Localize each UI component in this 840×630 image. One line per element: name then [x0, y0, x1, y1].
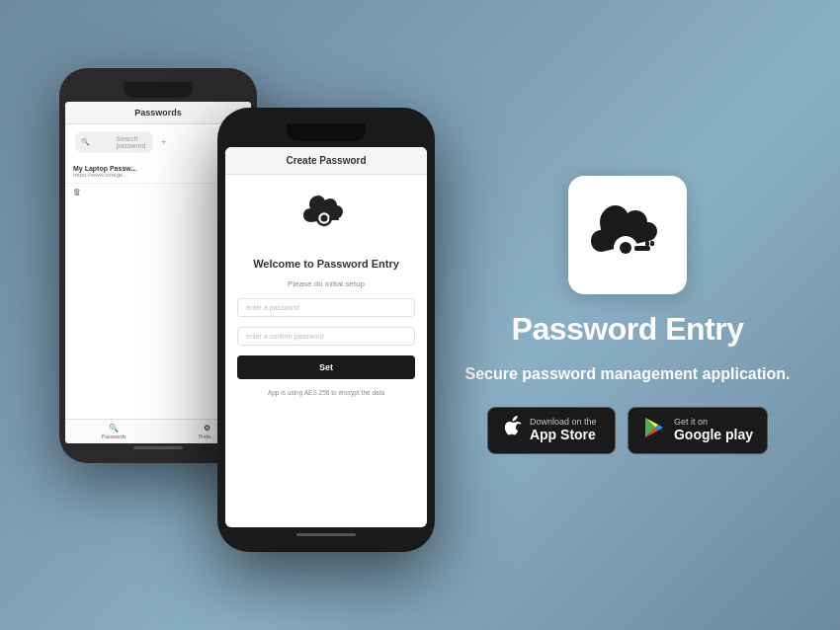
password-input[interactable]: enter a password	[237, 298, 415, 317]
apple-line2: App Store	[530, 427, 597, 443]
app-subtitle: Secure password management application.	[465, 364, 791, 385]
search-placeholder: Search password	[117, 135, 148, 149]
confirm-placeholder: enter a confirm password	[246, 333, 324, 340]
svg-rect-7	[634, 246, 650, 251]
svg-point-6	[620, 242, 631, 254]
svg-rect-4	[339, 214, 342, 217]
encrypt-note: App is using AES 256 to encrypt the data	[268, 389, 384, 396]
phone-back-notch	[124, 82, 193, 98]
google-play-text: Get it on Google play	[674, 418, 753, 443]
svg-rect-8	[645, 241, 649, 246]
phone-back-search-bar[interactable]: 🔍 Search password	[75, 131, 153, 153]
apple-icon	[502, 416, 522, 444]
app-icon-svg	[588, 196, 667, 275]
phone-front-header: Create Password	[225, 147, 427, 175]
phone-front-screen: Create Password	[225, 147, 427, 527]
app-title: Password Entry	[512, 312, 744, 347]
store-buttons: Download on the App Store Get it on Go	[487, 407, 768, 454]
passwords-icon: 🔍	[109, 424, 119, 433]
main-scene: Passwords 🔍 Search password + My Laptop …	[0, 0, 840, 630]
google-play-button[interactable]: Get it on Google play	[628, 407, 768, 454]
app-icon-container	[568, 176, 687, 294]
home-indicator	[296, 533, 356, 536]
search-icon: 🔍	[81, 138, 113, 146]
svg-point-1	[321, 215, 328, 222]
set-button[interactable]: Set	[237, 355, 415, 379]
preferences-icon: ⚙	[204, 424, 210, 433]
phone-front-notch	[287, 123, 366, 141]
tab-passwords-label: Passwords	[102, 433, 126, 439]
svg-rect-2	[329, 217, 339, 220]
phone-front: Create Password	[217, 108, 435, 552]
tab-preferences-label: Prefe...	[199, 433, 214, 439]
setup-text: Please do initial setup	[288, 279, 365, 288]
tab-passwords[interactable]: 🔍 Passwords	[102, 424, 126, 439]
apple-line1: Download on the	[530, 418, 597, 427]
phone-front-body: Welcome to Password Entry Please do init…	[225, 175, 427, 527]
svg-rect-9	[650, 241, 654, 246]
svg-rect-3	[335, 214, 338, 217]
home-indicator-back	[133, 446, 183, 449]
tab-preferences[interactable]: ⚙ Prefe...	[199, 424, 214, 439]
password-placeholder: enter a password	[246, 304, 299, 311]
phones-section: Passwords 🔍 Search password + My Laptop …	[59, 48, 435, 582]
google-line1: Get it on	[674, 418, 753, 427]
google-line2: Google play	[674, 427, 753, 443]
right-section: Password Entry Secure password managemen…	[435, 176, 791, 454]
apple-store-text: Download on the App Store	[530, 418, 597, 443]
cloud-key-icon	[301, 191, 351, 244]
add-icon[interactable]: +	[161, 137, 166, 147]
welcome-title: Welcome to Password Entry	[253, 258, 399, 270]
confirm-password-input[interactable]: enter a confirm password	[237, 327, 415, 346]
apple-store-button[interactable]: Download on the App Store	[487, 407, 616, 454]
google-play-icon	[642, 416, 666, 445]
